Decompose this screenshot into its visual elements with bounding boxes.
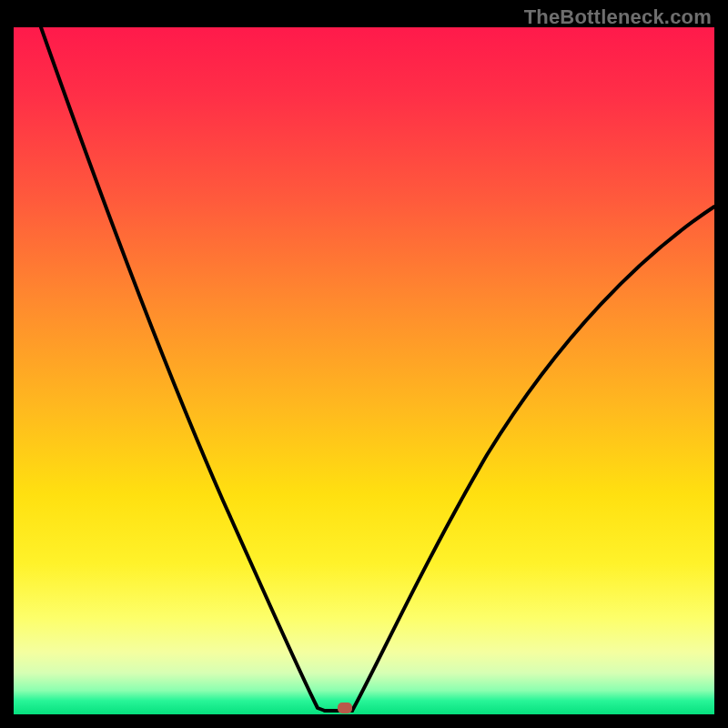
bottleneck-curve [14, 27, 714, 714]
watermark-text: TheBottleneck.com [524, 5, 712, 29]
plot-area [14, 27, 714, 714]
curve-right-branch [352, 207, 714, 711]
chart-frame: TheBottleneck.com [0, 0, 728, 728]
minimum-marker [338, 703, 352, 713]
curve-left-branch [41, 27, 325, 711]
